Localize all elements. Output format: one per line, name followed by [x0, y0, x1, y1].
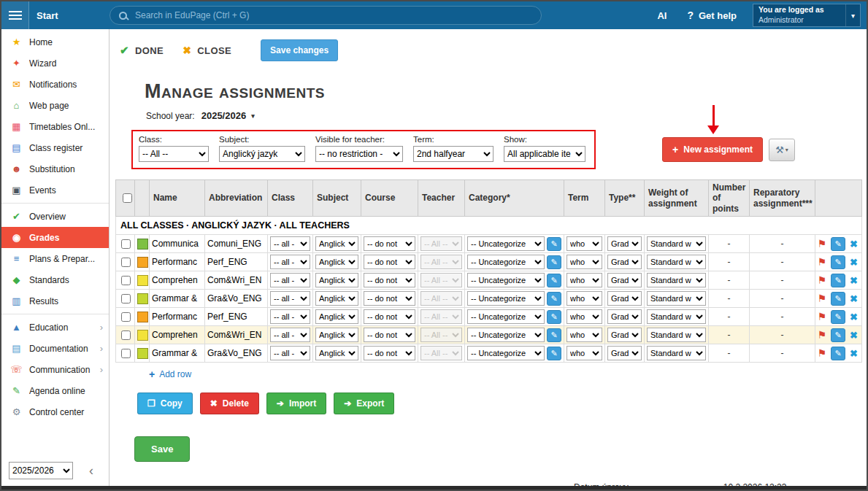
- subject-select[interactable]: Anglick: [315, 291, 358, 306]
- sidebar-item-overview[interactable]: ✔Overview: [1, 206, 109, 227]
- select-all-checkbox[interactable]: [123, 193, 132, 203]
- row-checkbox[interactable]: [121, 330, 131, 340]
- delete-row-icon[interactable]: ✖: [850, 275, 858, 286]
- subject-select[interactable]: Anglick: [315, 309, 358, 324]
- add-row-link[interactable]: + Add row: [149, 368, 191, 380]
- sidebar-item-web-page[interactable]: ⌂Web page: [1, 95, 109, 116]
- class-select[interactable]: -- all -: [270, 309, 310, 324]
- delete-row-icon[interactable]: ✖: [850, 348, 858, 359]
- term-select[interactable]: who: [566, 309, 602, 324]
- edit-category-button[interactable]: ✎: [547, 310, 561, 324]
- weight-select[interactable]: Standard w: [647, 236, 706, 251]
- sidebar-item-substitution[interactable]: ☻Substitution: [1, 158, 109, 179]
- tools-button[interactable]: ⚒ ▾: [769, 139, 795, 161]
- teacher-select[interactable]: -- All --: [420, 273, 462, 287]
- edit-category-button[interactable]: ✎: [547, 274, 561, 287]
- close-button[interactable]: ✖ CLOSE: [183, 45, 231, 56]
- done-button[interactable]: ✔ DONE: [120, 44, 164, 57]
- edit-row-button[interactable]: ✎: [831, 310, 845, 324]
- class-select[interactable]: -- all -: [270, 236, 310, 251]
- sidebar-item-notifications[interactable]: ✉Notifications: [1, 74, 109, 95]
- subject-select[interactable]: Anglick: [315, 346, 358, 360]
- search-input[interactable]: [134, 9, 532, 21]
- flag-icon[interactable]: ⚑: [818, 274, 827, 286]
- flag-icon[interactable]: ⚑: [818, 293, 827, 304]
- collapse-sidebar-icon[interactable]: ‹: [89, 464, 93, 477]
- sidebar-item-education[interactable]: ▲Education›: [1, 317, 109, 338]
- edit-row-button[interactable]: ✎: [831, 292, 845, 306]
- delete-row-icon[interactable]: ✖: [850, 293, 858, 304]
- class-filter-select[interactable]: -- All --: [139, 146, 209, 162]
- course-select[interactable]: -- do not: [364, 273, 415, 287]
- category-select[interactable]: -- Uncategorize: [467, 236, 545, 251]
- row-checkbox[interactable]: [121, 276, 131, 285]
- subject-select[interactable]: Anglick: [315, 273, 358, 287]
- category-select[interactable]: -- Uncategorize: [467, 273, 545, 287]
- edit-row-button[interactable]: ✎: [831, 274, 845, 287]
- term-select[interactable]: who: [566, 291, 602, 306]
- export-button[interactable]: ➔ Export: [334, 393, 394, 414]
- weight-select[interactable]: Standard w: [647, 273, 706, 287]
- category-select[interactable]: -- Uncategorize: [467, 328, 545, 342]
- delete-row-icon[interactable]: ✖: [850, 257, 858, 268]
- school-year-select[interactable]: 2025/2026: [9, 462, 73, 479]
- term-filter-select[interactable]: 2nd halfyear: [413, 146, 493, 162]
- save-button[interactable]: Save: [134, 436, 190, 462]
- visible-for-teacher-filter-select[interactable]: -- no restriction -: [315, 146, 403, 162]
- weight-select[interactable]: Standard w: [647, 309, 706, 324]
- teacher-select[interactable]: -- All --: [420, 236, 462, 251]
- sidebar-item-documentation[interactable]: ▤Documentation›: [1, 338, 109, 359]
- course-select[interactable]: -- do not: [364, 236, 415, 251]
- edit-category-button[interactable]: ✎: [547, 328, 561, 342]
- term-select[interactable]: who: [566, 255, 602, 269]
- ai-button[interactable]: AI: [657, 10, 667, 21]
- delete-row-icon[interactable]: ✖: [850, 312, 858, 322]
- edit-row-button[interactable]: ✎: [831, 347, 845, 360]
- sidebar-item-class-register[interactable]: ▤Class register: [1, 137, 109, 158]
- term-select[interactable]: who: [566, 236, 602, 251]
- weight-select[interactable]: Standard w: [647, 328, 706, 342]
- class-select[interactable]: -- all -: [270, 291, 310, 306]
- category-select[interactable]: -- Uncategorize: [467, 309, 545, 324]
- sidebar-item-control-center[interactable]: ⚙Control center: [1, 401, 109, 422]
- row-checkbox[interactable]: [121, 294, 131, 304]
- flag-icon[interactable]: ⚑: [818, 329, 827, 341]
- edit-category-button[interactable]: ✎: [547, 255, 561, 269]
- flag-icon[interactable]: ⚑: [818, 238, 827, 250]
- edit-category-button[interactable]: ✎: [547, 292, 561, 306]
- teacher-select[interactable]: -- All --: [420, 346, 462, 360]
- row-checkbox[interactable]: [121, 239, 131, 249]
- type-select[interactable]: Grad: [607, 273, 642, 287]
- type-select[interactable]: Grad: [607, 328, 642, 342]
- row-checkbox[interactable]: [121, 349, 131, 358]
- subject-select[interactable]: Anglick: [315, 328, 358, 342]
- teacher-select[interactable]: -- All --: [420, 291, 462, 306]
- teacher-select[interactable]: -- All --: [420, 328, 462, 342]
- show-filter-select[interactable]: All applicable ite: [504, 146, 585, 162]
- type-select[interactable]: Grad: [607, 255, 642, 269]
- delete-row-icon[interactable]: ✖: [850, 239, 858, 250]
- subject-filter-select[interactable]: Anglický jazyk: [219, 146, 305, 162]
- start-button[interactable]: Start: [37, 10, 58, 21]
- course-select[interactable]: -- do not: [364, 328, 415, 342]
- subject-select[interactable]: Anglick: [315, 236, 358, 251]
- sidebar-item-events[interactable]: ▣Events: [1, 179, 109, 201]
- teacher-select[interactable]: -- All --: [420, 309, 462, 324]
- sidebar-item-standards[interactable]: ◆Standards: [1, 269, 109, 290]
- type-select[interactable]: Grad: [607, 291, 642, 306]
- copy-button[interactable]: ❐ Copy: [137, 393, 193, 414]
- row-checkbox[interactable]: [121, 258, 131, 267]
- sidebar-item-grades[interactable]: ◉Grades: [1, 227, 109, 248]
- get-help-button[interactable]: ? Get help: [687, 9, 737, 21]
- course-select[interactable]: -- do not: [364, 291, 415, 306]
- school-year-dropdown[interactable]: 2025/2026 ▾: [201, 110, 255, 121]
- sidebar-item-plans-prepar[interactable]: ≡Plans & Prepar...: [1, 248, 109, 269]
- flag-icon[interactable]: ⚑: [818, 256, 827, 268]
- class-select[interactable]: -- all -: [270, 346, 310, 360]
- delete-row-icon[interactable]: ✖: [850, 330, 858, 341]
- weight-select[interactable]: Standard w: [647, 346, 706, 360]
- edit-row-button[interactable]: ✎: [831, 255, 845, 269]
- edit-row-button[interactable]: ✎: [831, 237, 845, 251]
- type-select[interactable]: Grad: [607, 309, 642, 324]
- delete-button[interactable]: ✖ Delete: [200, 393, 259, 414]
